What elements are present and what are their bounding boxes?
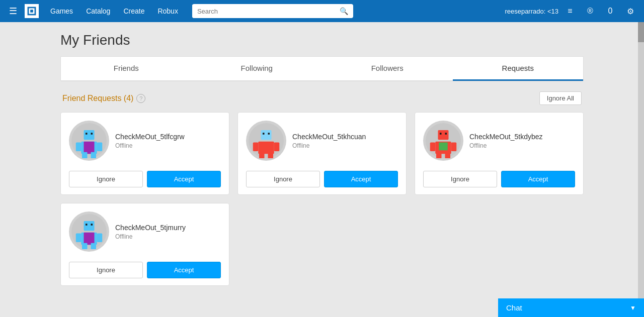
- section-header: Friend Requests (4) ? Ignore All: [60, 91, 584, 105]
- nav-robux[interactable]: Robux: [151, 4, 184, 18]
- tab-following[interactable]: Following: [192, 57, 323, 81]
- svg-rect-25: [439, 143, 448, 151]
- avatar-svg-0: [71, 123, 107, 158]
- chat-label: Chat: [506, 303, 522, 312]
- svg-rect-6: [84, 142, 95, 154]
- username-display: reeseparrado: <13: [505, 8, 558, 15]
- chat-bar[interactable]: Chat ▼: [498, 298, 644, 317]
- svg-rect-41: [82, 243, 88, 249]
- svg-rect-12: [82, 152, 88, 158]
- section-title-text: Friend Requests (4): [62, 94, 133, 103]
- svg-rect-16: [261, 130, 272, 140]
- ignore-all-button[interactable]: Ignore All: [539, 91, 582, 105]
- robux-icon-btn[interactable]: ®: [582, 3, 599, 20]
- robux-count-display[interactable]: 0: [602, 3, 619, 20]
- tabs-container: Friends Following Followers Requests: [60, 56, 584, 81]
- ignore-button-1[interactable]: Ignore: [246, 171, 320, 187]
- section-title-area: Friend Requests (4) ?: [62, 94, 145, 103]
- accept-button-1[interactable]: Accept: [324, 171, 398, 187]
- svg-rect-32: [445, 152, 451, 158]
- card-actions-0: Ignore Accept: [61, 166, 229, 194]
- svg-rect-7: [84, 130, 95, 140]
- card-status-1: Offline: [292, 142, 398, 149]
- card-body-1: CheckMeOut_5tkhcuan Offline: [238, 113, 406, 166]
- svg-rect-38: [91, 224, 93, 226]
- svg-rect-10: [76, 143, 82, 152]
- tab-followers[interactable]: Followers: [322, 57, 453, 81]
- ignore-button-3[interactable]: Ignore: [69, 262, 143, 278]
- hamburger-icon: ☰: [9, 6, 17, 17]
- svg-rect-35: [84, 233, 95, 245]
- avatar-svg-3: [71, 214, 107, 249]
- scrollbar-thumb[interactable]: [638, 22, 644, 42]
- tab-requests[interactable]: Requests: [453, 57, 584, 81]
- chat-chevron-icon: ▼: [630, 304, 636, 311]
- accept-button-2[interactable]: Accept: [501, 171, 575, 187]
- card-info-0: CheckMeOut_5tlfcgrw Offline: [115, 133, 221, 149]
- svg-rect-13: [91, 152, 97, 158]
- ignore-button-2[interactable]: Ignore: [423, 171, 497, 187]
- info-icon[interactable]: ?: [136, 94, 145, 103]
- navbar: ☰ Games Catalog Create Robux 🔍 reeseparr…: [0, 0, 644, 22]
- nav-games[interactable]: Games: [44, 4, 79, 18]
- svg-rect-36: [84, 221, 95, 231]
- avatar-svg-1: [249, 123, 284, 158]
- svg-rect-39: [76, 234, 82, 243]
- avatar-1: [246, 121, 286, 161]
- search-bar: 🔍: [192, 4, 353, 18]
- feed-icon-btn[interactable]: ≡: [561, 3, 579, 20]
- main-content: My Friends Friends Following Followers R…: [0, 22, 644, 317]
- card-info-3: CheckMeOut_5tjmurry Offline: [115, 224, 221, 240]
- scrollbar[interactable]: [638, 22, 644, 302]
- tabs: Friends Following Followers Requests: [61, 57, 583, 81]
- settings-icon: ⚙: [627, 7, 634, 16]
- card-username-0: CheckMeOut_5tlfcgrw: [115, 133, 221, 141]
- svg-rect-19: [253, 143, 259, 152]
- card-username-2: CheckMeOut_5tkdybez: [469, 133, 575, 141]
- ignore-button-0[interactable]: Ignore: [69, 171, 143, 187]
- hamburger-menu[interactable]: ☰: [5, 3, 21, 20]
- svg-rect-9: [91, 133, 93, 135]
- svg-rect-22: [268, 152, 274, 158]
- search-button[interactable]: 🔍: [335, 4, 353, 18]
- avatar-2: [423, 121, 463, 161]
- svg-rect-17: [263, 133, 265, 135]
- svg-rect-11: [97, 143, 103, 152]
- friend-card-3: CheckMeOut_5tjmurry Offline Ignore Accep…: [60, 203, 229, 286]
- friend-card-0: CheckMeOut_5tlfcgrw Offline Ignore Accep…: [60, 112, 229, 195]
- svg-rect-40: [97, 234, 103, 243]
- nav-create[interactable]: Create: [117, 4, 150, 18]
- accept-button-3[interactable]: Accept: [147, 262, 221, 278]
- roblox-logo[interactable]: [24, 4, 39, 19]
- cards-grid: CheckMeOut_5tlfcgrw Offline Ignore Accep…: [60, 112, 584, 286]
- settings-icon-btn[interactable]: ⚙: [622, 3, 639, 20]
- card-status-0: Offline: [115, 142, 221, 149]
- svg-rect-37: [86, 224, 88, 226]
- nav-catalog[interactable]: Catalog: [80, 4, 116, 18]
- page-title: My Friends: [60, 32, 584, 48]
- card-status-3: Offline: [115, 233, 221, 240]
- svg-rect-27: [440, 133, 442, 135]
- svg-rect-20: [274, 143, 280, 152]
- card-username-3: CheckMeOut_5tjmurry: [115, 224, 221, 232]
- card-body-2: CheckMeOut_5tkdybez Offline: [415, 113, 583, 166]
- svg-rect-15: [258, 142, 274, 154]
- card-actions-3: Ignore Accept: [61, 257, 229, 285]
- svg-rect-18: [268, 133, 270, 135]
- svg-rect-29: [430, 143, 436, 152]
- search-input[interactable]: [192, 5, 335, 18]
- card-body-0: CheckMeOut_5tlfcgrw Offline: [61, 113, 229, 166]
- friend-card-1: CheckMeOut_5tkhcuan Offline Ignore Accep…: [237, 112, 407, 195]
- svg-rect-21: [259, 152, 265, 158]
- roblox-logo-icon: [25, 4, 39, 18]
- avatar-3: [69, 212, 109, 252]
- card-body-3: CheckMeOut_5tjmurry Offline: [61, 203, 229, 257]
- search-icon: 🔍: [340, 7, 348, 15]
- feed-icon: ≡: [568, 7, 572, 16]
- svg-rect-3: [30, 10, 33, 13]
- tab-friends[interactable]: Friends: [61, 57, 192, 81]
- svg-rect-28: [445, 133, 447, 135]
- accept-button-0[interactable]: Accept: [147, 171, 221, 187]
- card-info-1: CheckMeOut_5tkhcuan Offline: [292, 133, 398, 149]
- svg-rect-42: [91, 243, 97, 249]
